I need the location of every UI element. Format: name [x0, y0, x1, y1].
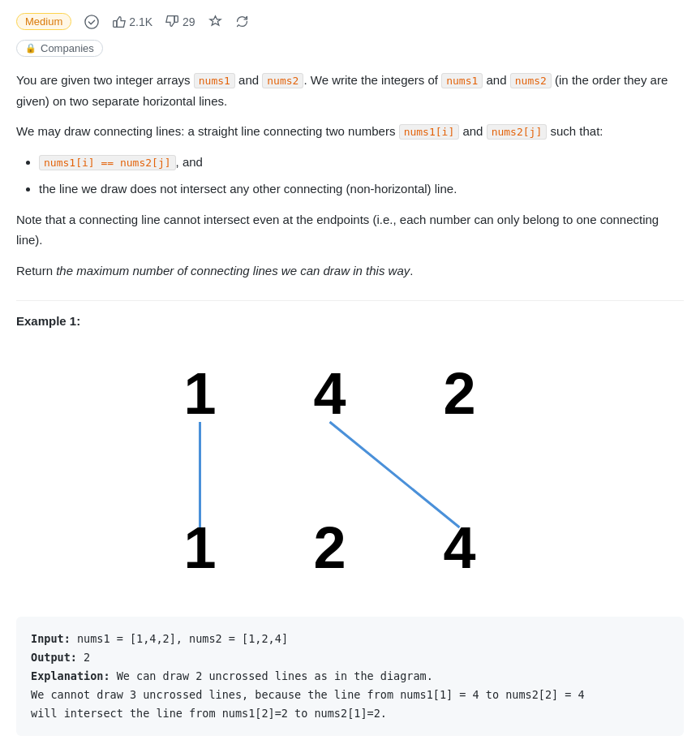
check-icon [84, 15, 99, 29]
nums2-ref1: nums2 [262, 73, 303, 88]
condition-1-end: , and [176, 155, 203, 169]
explanation-line1: Explanation: We can draw 2 uncrossed lin… [31, 667, 669, 686]
output-line: Output: 2 [31, 648, 669, 667]
top-num-4: 4 [313, 361, 346, 426]
input-line: Input: nums1 = [1,4,2], nums2 = [1,2,4] [31, 630, 669, 648]
condition-1: nums1[i] == nums2[j], and [39, 152, 684, 173]
bottom-num-4: 4 [443, 515, 475, 580]
thumbs-up-icon [112, 15, 126, 28]
nums1i-ref: nums1[i] [399, 124, 460, 140]
input-value: nums1 = [1,4,2], nums2 = [1,2,4] [77, 632, 288, 645]
return-text: Return the maximum number of connecting … [16, 260, 684, 282]
check-icon-btn[interactable] [84, 15, 99, 29]
problem-description: You are given two integer arrays nums1 a… [16, 70, 684, 111]
thumbs-down-icon [165, 15, 179, 28]
example1-title: Example 1: [16, 314, 684, 328]
desc-mid: . We write the integers of [303, 73, 441, 87]
svg-point-0 [85, 15, 98, 28]
lock-icon: 🔒 [25, 43, 37, 54]
svg-rect-1 [114, 21, 117, 28]
difficulty-badge[interactable]: Medium [16, 13, 71, 30]
output-label: Output: [31, 651, 77, 664]
top-bar: Medium 2.1K 29 [16, 13, 684, 30]
star-icon [208, 15, 222, 28]
desc-line2: We may draw connecting lines: a straight… [16, 121, 684, 142]
conditions-list: nums1[i] == nums2[j], and the line we dr… [39, 152, 684, 200]
output-value: 2 [84, 651, 90, 664]
nums2-ref2: nums2 [510, 73, 552, 88]
upvote-count: 2.1K [129, 15, 152, 28]
code-block: Input: nums1 = [1,4,2], nums2 = [1,2,4] … [16, 617, 684, 736]
return-italic: the maximum number of connecting lines w… [56, 264, 410, 278]
companies-label: Companies [41, 42, 94, 54]
refresh-btn[interactable] [235, 15, 249, 28]
upvote-btn[interactable]: 2.1K [112, 15, 152, 28]
explanation-line3: will intersect the line from nums1[2]=2 … [31, 704, 669, 723]
desc-intro: You are given two integer arrays [16, 73, 194, 87]
diagram-svg: 1 4 2 1 2 4 [16, 341, 684, 600]
refresh-icon [235, 15, 249, 28]
note-text: Note that a connecting line cannot inter… [16, 209, 684, 251]
condition-code: nums1[i] == nums2[j] [39, 155, 176, 170]
star-btn[interactable] [208, 15, 222, 28]
desc-and1: and [235, 73, 262, 87]
diagram-area: 1 4 2 1 2 4 [16, 341, 684, 600]
nums1-ref1: nums1 [194, 73, 235, 88]
companies-badge[interactable]: 🔒 Companies [16, 40, 103, 57]
condition-2: the line we draw does not intersect any … [39, 179, 684, 200]
downvote-btn[interactable]: 29 [165, 15, 195, 28]
divider [16, 300, 684, 301]
svg-rect-2 [174, 16, 178, 23]
top-num-1: 1 [183, 361, 216, 426]
nums1-ref2: nums1 [441, 73, 483, 88]
input-label: Input: [31, 632, 71, 645]
explanation-line2: We cannot draw 3 uncrossed lines, becaus… [31, 686, 669, 704]
top-num-2: 2 [443, 361, 475, 426]
nums2j-ref: nums2[j] [487, 124, 548, 140]
bottom-num-2: 2 [313, 515, 346, 580]
desc-and2: and [483, 73, 509, 87]
downvote-count: 29 [183, 15, 195, 28]
explanation-label: Explanation: [31, 669, 110, 682]
explanation-text1: We can draw 2 uncrossed lines as in the … [117, 669, 433, 682]
line-4-to-4 [330, 422, 460, 527]
